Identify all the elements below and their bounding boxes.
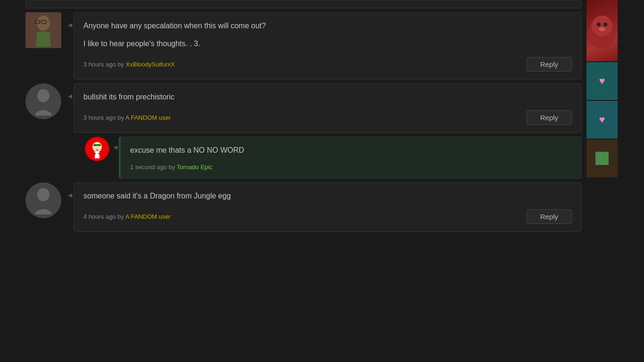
reply-button-2[interactable]: Reply — [527, 110, 572, 125]
nested-time-1: 1 second ago by Tornado Epic — [130, 164, 213, 171]
nested-avatar-1 — [85, 137, 109, 161]
svg-point-17 — [603, 23, 607, 26]
comment-card-3: someone said it's a Dragon from Jungle e… — [74, 182, 582, 232]
partial-top-card: Reply — [25, 0, 582, 8]
comment-time-3: 4 hours ago by A FANDOM user — [83, 213, 171, 220]
avatar-3-silhouette — [32, 186, 55, 214]
comment-block-3: someone said it's a Dragon from Jungle e… — [25, 182, 582, 232]
comment-text-2: bullshit its from prechistoric — [83, 91, 572, 103]
comment-block-1: Anyone have any specalation when this wi… — [25, 12, 582, 80]
comment-block-2: bullshit its from prechistoric 3 hours a… — [25, 83, 582, 133]
avatar-1 — [25, 12, 61, 48]
right-sidebar: ♥ ♥ — [586, 0, 618, 362]
svg-point-18 — [599, 27, 605, 31]
svg-point-4 — [37, 89, 50, 102]
svg-point-13 — [37, 188, 50, 201]
green-square-icon — [595, 152, 609, 165]
comment-meta-1: 3 hours ago by XxBloodySulfurxX Reply — [83, 57, 572, 72]
comment-author-1[interactable]: XxBloodySulfurxX — [126, 61, 175, 68]
nested-card-1: excuse me thats a NO NO WORD 1 second ag… — [119, 137, 582, 179]
avatar-2-silhouette — [32, 87, 55, 115]
avatar-1-image — [29, 14, 58, 47]
svg-point-12 — [96, 149, 99, 151]
avatar-wrap-2 — [25, 83, 66, 119]
red-creature-icon — [586, 0, 618, 61]
heart-icon-1: ♥ — [599, 75, 605, 87]
avatar-wrap-3 — [25, 182, 66, 218]
sidebar-panel-red-avatar — [586, 0, 618, 61]
arrow-1 — [66, 12, 74, 28]
comment-author-3[interactable]: A FANDOM user — [125, 213, 171, 220]
svg-rect-10 — [95, 152, 99, 158]
heart-icon-2: ♥ — [599, 114, 605, 126]
svg-point-15 — [592, 16, 612, 36]
main-content: Reply Anyone have any — [21, 0, 586, 362]
reply-button-1[interactable]: Reply — [527, 57, 572, 72]
arrow-2 — [66, 83, 74, 99]
comment-time-2: 3 hours ago by A FANDOM user — [83, 114, 171, 121]
nested-meta-1: 1 second ago by Tornado Epic — [130, 164, 572, 171]
comment-author-2[interactable]: A FANDOM user — [125, 114, 171, 121]
comment-meta-2: 3 hours ago by A FANDOM user Reply — [83, 110, 572, 125]
page-wrapper: Reply Anyone have any — [0, 0, 644, 362]
svg-point-16 — [597, 23, 601, 26]
comment-card-2: bullshit its from prechistoric 3 hours a… — [74, 83, 582, 133]
reply-button-3[interactable]: Reply — [527, 209, 572, 224]
avatar-2 — [25, 83, 61, 119]
comment-text-3: someone said it's a Dragon from Jungle e… — [83, 190, 572, 202]
sidebar-panel-teal-1: ♥ — [586, 62, 618, 100]
comment-text-1: Anyone have any specalation when this wi… — [83, 20, 572, 49]
comment-time-1: 3 hours ago by XxBloodySulfurxX — [83, 61, 175, 68]
sidebar-panel-teal-2: ♥ — [586, 101, 618, 139]
nested-avatar-wrap-1 — [85, 137, 111, 161]
arrow-3 — [66, 182, 74, 198]
comment-card-1: Anyone have any specalation when this wi… — [74, 12, 582, 80]
avatar-3 — [25, 182, 61, 218]
nested-comment-block-1: excuse me thats a NO NO WORD 1 second ag… — [85, 137, 582, 179]
avatar-wrap-1 — [25, 12, 66, 48]
kfc-avatar — [85, 137, 109, 161]
comment-meta-3: 4 hours ago by A FANDOM user Reply — [83, 209, 572, 224]
nested-author-1[interactable]: Tornado Epic — [177, 164, 213, 171]
nested-arrow-1 — [111, 137, 119, 150]
sidebar-panel-brown — [586, 140, 618, 177]
left-sidebar — [0, 0, 21, 362]
svg-point-11 — [95, 146, 99, 148]
nested-text-1: excuse me thats a NO NO WORD — [130, 145, 572, 156]
